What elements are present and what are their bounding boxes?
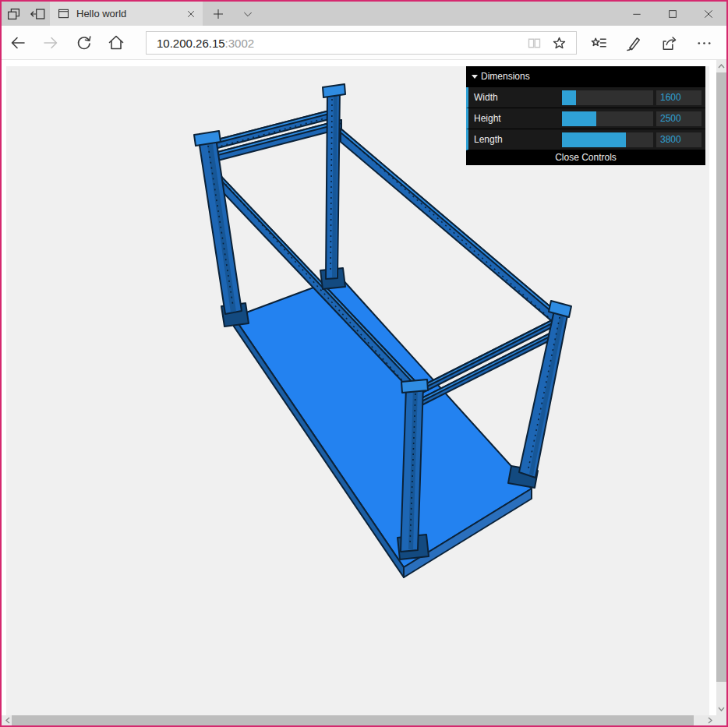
share-button[interactable] xyxy=(652,26,687,60)
controller-row-length: Length 3800 xyxy=(466,129,705,150)
refresh-button[interactable] xyxy=(67,26,100,60)
home-icon xyxy=(107,34,125,52)
page-content: Dimensions Width 1600 Height 2500 Length… xyxy=(2,60,726,725)
scrollbar-corner xyxy=(716,715,726,725)
length-number-input[interactable]: 3800 xyxy=(656,132,701,147)
web-note-pen-icon xyxy=(625,34,643,52)
url-text: 10.200.26.15:3002 xyxy=(157,37,521,50)
more-ellipsis-icon xyxy=(695,34,713,52)
maximize-button[interactable] xyxy=(655,2,691,26)
dat-gui-panel: Dimensions Width 1600 Height 2500 Length… xyxy=(466,66,705,165)
chevron-up-icon xyxy=(718,64,725,69)
scroll-down-button[interactable] xyxy=(716,704,726,714)
width-number-input[interactable]: 1600 xyxy=(656,90,701,105)
set-tabs-aside-button[interactable] xyxy=(26,2,50,26)
refresh-icon xyxy=(75,34,93,51)
favorite-star-icon xyxy=(551,35,567,51)
chevron-down-icon xyxy=(718,707,725,711)
model-floor xyxy=(234,277,532,577)
width-slider-fill xyxy=(562,90,576,105)
tab-title: Hello world xyxy=(76,8,180,19)
tab-preview-button[interactable] xyxy=(2,2,26,26)
height-number-input[interactable]: 2500 xyxy=(656,111,701,126)
controller-label: Length xyxy=(474,134,562,145)
add-favorite-button[interactable] xyxy=(546,32,571,54)
vertical-scrollbar[interactable] xyxy=(716,60,726,715)
minimize-icon xyxy=(631,8,643,20)
web-note-button[interactable] xyxy=(617,26,652,60)
hub-icon xyxy=(590,34,608,52)
navigation-toolbar: 10.200.26.15:3002 xyxy=(2,26,726,60)
model-left-cross-frame xyxy=(203,108,341,164)
tab-list-button[interactable] xyxy=(234,2,262,26)
close-window-icon xyxy=(702,8,715,20)
close-controls-button[interactable]: Close Controls xyxy=(466,150,705,165)
controller-row-width: Width 1600 xyxy=(466,87,705,108)
height-slider-fill xyxy=(562,111,596,126)
controller-label: Width xyxy=(474,92,562,103)
tab-close-icon[interactable] xyxy=(186,9,196,19)
forward-button[interactable] xyxy=(34,26,67,60)
window-controls xyxy=(619,2,726,26)
maximize-icon xyxy=(666,8,679,20)
dat-gui-folder-header[interactable]: Dimensions xyxy=(466,66,705,87)
minimize-button[interactable] xyxy=(619,2,655,26)
browser-window: Hello world xyxy=(0,0,728,727)
tab-preview-icon xyxy=(5,5,23,23)
reading-view-button[interactable] xyxy=(521,32,546,54)
length-slider[interactable] xyxy=(562,132,653,147)
back-icon xyxy=(9,34,27,52)
scroll-up-button[interactable] xyxy=(716,62,726,71)
close-window-button[interactable] xyxy=(691,2,726,26)
hub-button[interactable] xyxy=(581,26,617,60)
controller-row-height: Height 2500 xyxy=(466,108,705,129)
folder-open-arrow-icon xyxy=(472,75,478,82)
toolbar-right-icons xyxy=(581,26,722,60)
reading-view-icon xyxy=(526,35,542,51)
set-tabs-aside-icon xyxy=(30,5,47,23)
tab-list-chevron-icon xyxy=(242,8,254,20)
chevron-left-icon xyxy=(5,717,10,724)
width-slider[interactable] xyxy=(562,90,653,105)
height-slider[interactable] xyxy=(562,111,653,126)
tab-document-icon xyxy=(56,6,71,21)
more-button[interactable] xyxy=(687,26,722,60)
forward-icon xyxy=(41,34,60,52)
home-button[interactable] xyxy=(100,26,133,60)
horizontal-scrollbar[interactable] xyxy=(2,715,716,725)
url-port: :3002 xyxy=(225,37,255,50)
new-tab-button[interactable] xyxy=(203,2,234,26)
address-bar[interactable]: 10.200.26.15:3002 xyxy=(146,31,577,55)
chevron-right-icon xyxy=(708,717,712,724)
new-tab-icon xyxy=(211,7,225,21)
share-icon xyxy=(660,34,678,52)
model-post-front-left xyxy=(194,131,242,314)
length-slider-fill xyxy=(562,132,626,147)
horizontal-scroll-thumb[interactable] xyxy=(12,715,694,725)
scroll-right-button[interactable] xyxy=(705,715,715,725)
title-bar[interactable]: Hello world xyxy=(2,2,726,26)
vertical-scroll-thumb[interactable] xyxy=(716,72,726,682)
browser-tab[interactable]: Hello world xyxy=(50,2,203,26)
folder-title: Dimensions xyxy=(481,71,530,82)
back-button[interactable] xyxy=(2,26,34,60)
url-host: 10.200.26.15 xyxy=(157,37,225,50)
controller-label: Height xyxy=(474,113,562,124)
